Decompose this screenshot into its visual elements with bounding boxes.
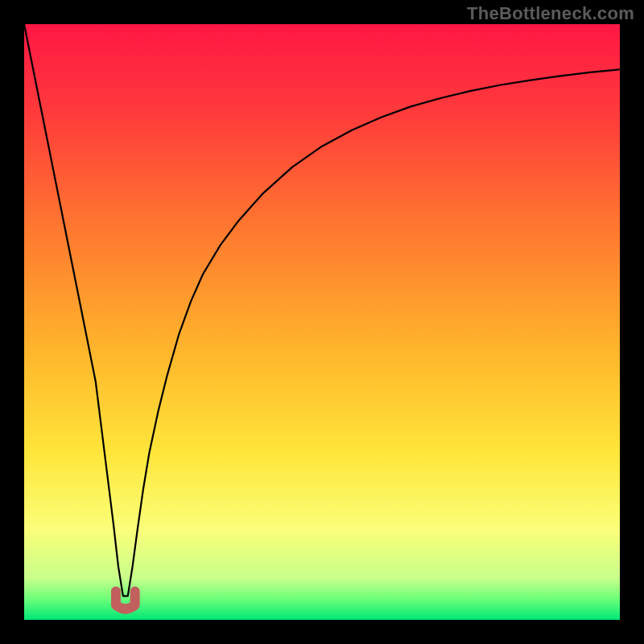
chart-container: TheBottleneck.com	[0, 0, 644, 644]
watermark-text: TheBottleneck.com	[467, 3, 634, 24]
bottleneck-chart	[0, 0, 644, 644]
